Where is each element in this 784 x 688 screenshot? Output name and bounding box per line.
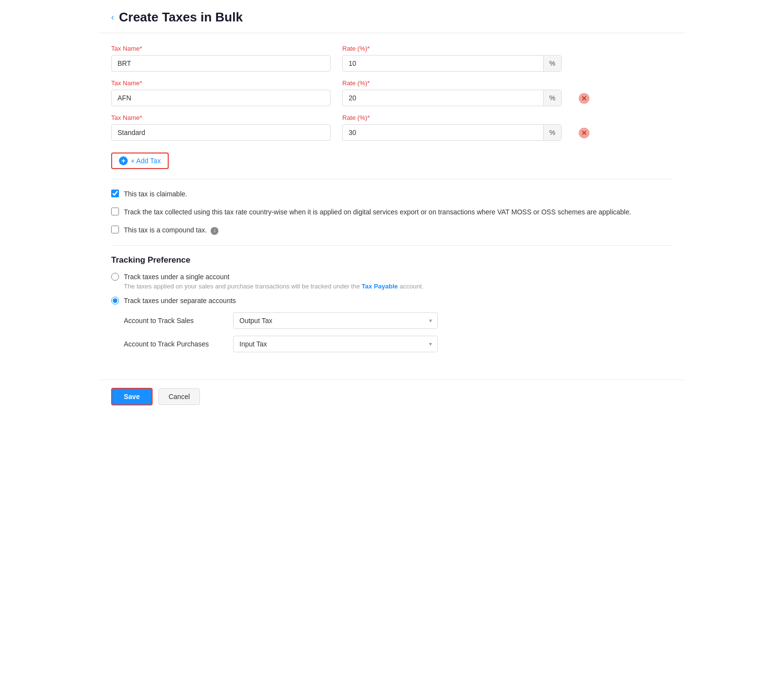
separate-accounts-label: Track taxes under separate accounts (124, 297, 236, 305)
tax-name-input-wrapper-2 (111, 90, 331, 106)
rate-field-3: Rate (%)* % (342, 114, 562, 141)
divider-2 (111, 245, 673, 246)
tax-name-field-1: Tax Name* (111, 45, 331, 72)
rate-label-1: Rate (%)* (342, 45, 562, 52)
account-purchases-label: Account to Track Purchases (124, 340, 221, 348)
tax-payable-highlight: Tax Payable (362, 283, 398, 290)
single-account-radio[interactable] (111, 273, 119, 281)
page-header: ‹ Create Taxes in Bulk (99, 0, 685, 33)
tax-name-input-3[interactable] (112, 125, 330, 140)
rate-input-1[interactable] (343, 56, 543, 71)
separate-accounts-radio[interactable] (111, 297, 119, 305)
radio-row-single: Track taxes under a single account The t… (111, 273, 673, 290)
tax-rows-section: Tax Name* Rate (%)* % Tax Name* (111, 45, 673, 141)
rate-input-wrapper-2: % (342, 90, 562, 106)
rate-suffix-2: % (543, 90, 561, 106)
tracking-section: Tracking Preference Track taxes under a … (111, 255, 673, 352)
claimable-checkbox[interactable] (111, 190, 119, 197)
rate-input-3[interactable] (343, 125, 543, 140)
single-account-label: Track taxes under a single account (124, 273, 230, 281)
remove-icon-3: ✕ (579, 128, 589, 138)
radio-row-separate: Track taxes under separate accounts Acco… (111, 297, 673, 352)
add-tax-plus-icon: + (119, 156, 128, 165)
tax-name-input-2[interactable] (112, 90, 330, 106)
remove-row-button-2[interactable]: ✕ (577, 92, 591, 105)
page-footer: Save Cancel (99, 380, 685, 413)
account-row-purchases: Account to Track Purchases Input Tax Tax… (124, 336, 673, 352)
add-tax-button[interactable]: + + Add Tax (111, 153, 169, 169)
tax-row: Tax Name* Rate (%)* % ✕ (111, 79, 673, 106)
tracking-radio-group: Track taxes under a single account The t… (111, 273, 673, 352)
tax-name-label-1: Tax Name* (111, 45, 331, 52)
vat-moss-label: Track the tax collected using this tax r… (124, 207, 631, 217)
rate-field-1: Rate (%)* % (342, 45, 562, 72)
rate-suffix-3: % (543, 125, 561, 140)
tax-name-input-wrapper-1 (111, 55, 331, 72)
claimable-label: This tax is claimable. (124, 189, 187, 199)
single-account-hint: The taxes applied on your sales and purc… (124, 283, 673, 290)
checkbox-row-claimable: This tax is claimable. (111, 189, 673, 199)
compound-label: This tax is a compound tax. i (124, 225, 218, 235)
account-sales-label: Account to Track Sales (124, 317, 221, 325)
tax-name-label-2: Tax Name* (111, 79, 331, 87)
remove-row-button-3[interactable]: ✕ (577, 126, 591, 140)
account-row-sales: Account to Track Sales Output Tax Tax Pa… (124, 312, 673, 329)
account-purchases-select-wrapper: Input Tax Tax Payable Other ▾ (233, 336, 438, 352)
remove-icon-2: ✕ (579, 93, 589, 104)
accounts-section: Account to Track Sales Output Tax Tax Pa… (124, 312, 673, 352)
add-tax-label: + Add Tax (131, 157, 161, 165)
tax-name-label-3: Tax Name* (111, 114, 331, 121)
account-sales-select-wrapper: Output Tax Tax Payable Other ▾ (233, 312, 438, 329)
account-sales-select[interactable]: Output Tax Tax Payable Other (233, 312, 438, 329)
rate-input-wrapper-3: % (342, 124, 562, 141)
rate-label-2: Rate (%)* (342, 79, 562, 87)
info-icon[interactable]: i (211, 227, 218, 235)
main-content: Tax Name* Rate (%)* % Tax Name* (99, 33, 685, 364)
tax-name-field-3: Tax Name* (111, 114, 331, 141)
radio-label-row-separate: Track taxes under separate accounts (111, 297, 673, 305)
rate-field-2: Rate (%)* % (342, 79, 562, 106)
cancel-button[interactable]: Cancel (158, 388, 200, 405)
save-button[interactable]: Save (111, 388, 153, 405)
compound-label-text: This tax is a compound tax. (124, 226, 207, 234)
tracking-title: Tracking Preference (111, 255, 673, 265)
account-purchases-select[interactable]: Input Tax Tax Payable Other (233, 336, 438, 352)
back-arrow-icon[interactable]: ‹ (111, 12, 114, 22)
compound-checkbox[interactable] (111, 226, 119, 233)
tax-name-input-wrapper-3 (111, 124, 331, 141)
rate-input-wrapper-1: % (342, 55, 562, 72)
tax-row: Tax Name* Rate (%)* % ✕ (111, 114, 673, 141)
rate-suffix-1: % (543, 56, 561, 71)
vat-moss-checkbox[interactable] (111, 208, 119, 215)
page-title: Create Taxes in Bulk (119, 10, 243, 25)
options-section: This tax is claimable. Track the tax col… (111, 189, 673, 235)
rate-label-3: Rate (%)* (342, 114, 562, 121)
tax-name-input-1[interactable] (112, 56, 330, 71)
page-wrapper: ‹ Create Taxes in Bulk Tax Name* Rate (%… (99, 0, 685, 413)
tax-name-field-2: Tax Name* (111, 79, 331, 106)
divider-1 (111, 179, 673, 179)
tax-row: Tax Name* Rate (%)* % (111, 45, 673, 72)
checkbox-row-compound: This tax is a compound tax. i (111, 225, 673, 235)
rate-input-2[interactable] (343, 90, 543, 106)
radio-label-row-single: Track taxes under a single account (111, 273, 673, 281)
checkbox-row-vat: Track the tax collected using this tax r… (111, 207, 673, 217)
